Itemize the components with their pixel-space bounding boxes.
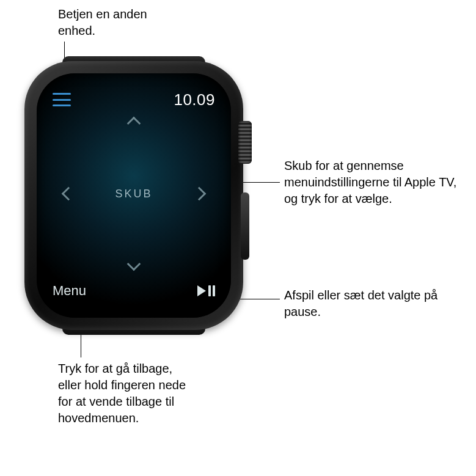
callout-swipe: Skub for at gennemse menuindstillingerne… — [284, 158, 461, 207]
chevron-left-icon — [62, 187, 76, 201]
play-pause-button[interactable] — [197, 285, 215, 296]
side-button[interactable] — [241, 192, 249, 260]
digital-crown[interactable] — [238, 121, 252, 164]
menu-button[interactable]: Menu — [53, 283, 86, 299]
swipe-touchpad[interactable]: SKUB — [37, 116, 231, 271]
callout-devices: Betjen en anden enhed. — [58, 6, 168, 39]
play-icon — [197, 285, 206, 296]
watch-screen: 10.09 SKUB Menu — [37, 73, 231, 318]
chevron-up-icon — [127, 117, 141, 131]
chevron-down-icon — [127, 257, 141, 271]
swipe-label: SKUB — [115, 188, 152, 200]
chevron-right-icon — [192, 187, 207, 201]
apple-watch: 10.09 SKUB Menu — [24, 61, 243, 330]
callout-playpause: Afspil eller sæt det valgte på pause. — [284, 287, 443, 320]
pause-icon — [208, 285, 215, 296]
callout-menu: Tryk for at gå tilbage, eller hold finge… — [58, 361, 199, 427]
clock-time: 10.09 — [174, 90, 215, 109]
devices-list-icon[interactable] — [53, 93, 71, 106]
